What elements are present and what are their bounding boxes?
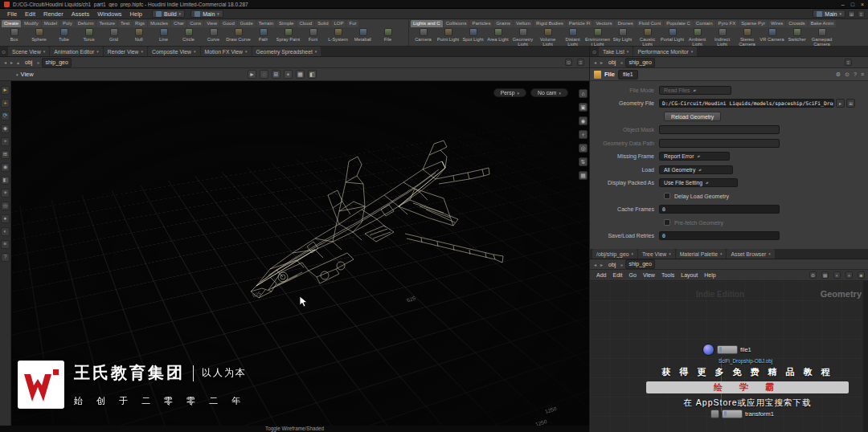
shelf-tool[interactable]: Grid — [101, 28, 126, 46]
pin-icon[interactable]: ⊙ — [845, 71, 850, 78]
shelf-tab[interactable]: Modify — [22, 20, 41, 27]
breadcrumb-obj[interactable]: obj — [606, 59, 618, 65]
palette-icon[interactable]: ◐ — [833, 271, 841, 279]
persp-view-icon[interactable]: ◉ — [579, 116, 588, 125]
forward-icon[interactable]: ▸ — [600, 59, 604, 65]
shelf-tab[interactable]: Rigs — [133, 20, 147, 27]
shelf-tab[interactable]: Particle Fl — [567, 20, 593, 27]
shelf-tab[interactable]: Bake Anim — [809, 20, 837, 27]
layers-icon[interactable]: ≡ — [1, 240, 10, 249]
shelf-tab[interactable]: Pyro FX — [716, 20, 739, 27]
shelf-tab[interactable]: Create — [2, 20, 21, 27]
lasso-select-icon[interactable]: ◌ — [260, 70, 268, 79]
geometry-data-path-field[interactable] — [659, 139, 780, 148]
shelf-tool[interactable]: Camera — [411, 28, 436, 46]
shelf-tab[interactable]: Fluid Cont — [637, 20, 663, 27]
shelf-tool[interactable]: Circle — [176, 28, 201, 46]
home-view-icon[interactable]: ⌂ — [579, 89, 588, 98]
shelf-tool[interactable]: Box — [2, 28, 27, 46]
missing-frame-dropdown[interactable]: Report Error — [659, 152, 730, 161]
shelf-tab[interactable]: Guide — [238, 20, 256, 27]
shelf-tool[interactable]: Draw Curve — [226, 28, 251, 46]
camera-tool-icon[interactable]: ◎ — [1, 202, 10, 210]
pane-tab[interactable]: Render View — [104, 47, 147, 56]
snap-tool-icon[interactable]: ⌖ — [1, 137, 10, 146]
load-dropdown[interactable]: All Geometry — [659, 165, 733, 174]
breadcrumb-node[interactable]: ship_geo — [42, 58, 71, 67]
forward-icon[interactable]: ▸ — [600, 262, 604, 267]
tools-icon[interactable]: ⚙ — [809, 271, 817, 279]
take-selector[interactable]: Main — [813, 10, 845, 18]
rotate-tool-icon[interactable]: ⟳ — [1, 112, 10, 120]
breadcrumb-node[interactable]: ship_geo — [625, 58, 654, 67]
pane-tab[interactable]: Material Palette — [676, 249, 727, 259]
shelf-tool[interactable]: Gamepad Camera — [809, 28, 834, 46]
shelf-tab[interactable]: Sparse Pyr — [739, 20, 768, 27]
network-editor[interactable]: Indie Edition Geometry file1 SciFi_Drops… — [590, 281, 868, 432]
shelf-tool[interactable]: Spray Paint — [276, 28, 301, 46]
isolate-icon[interactable]: ◧ — [1, 176, 10, 185]
shelf-tab[interactable]: Simple — [276, 20, 296, 27]
shelf-tab[interactable]: Solid — [315, 20, 330, 27]
shelf-tab[interactable]: Terrain — [256, 20, 276, 27]
maximize-icon[interactable]: □ — [851, 1, 854, 8]
node-file1[interactable]: file1 — [702, 344, 751, 356]
shelf-tool[interactable]: Font — [301, 28, 326, 46]
layout-view-icon[interactable]: ▦ — [579, 171, 588, 180]
shelf-tool[interactable]: Line — [151, 28, 176, 46]
snap-point-icon[interactable]: ⌖ — [284, 70, 293, 79]
persp-dropdown[interactable]: Persp — [493, 88, 526, 97]
main-selector[interactable]: Main — [190, 10, 223, 18]
menu-item[interactable]: Edit — [21, 10, 39, 18]
bookmark-icon[interactable]: ⊙ — [565, 59, 572, 66]
grid-snap-icon[interactable]: ⊞ — [1, 150, 10, 159]
pane-tab[interactable]: Take List — [599, 47, 633, 56]
new-scene-icon[interactable]: ► — [1, 86, 10, 95]
menu-item[interactable]: Windows — [93, 10, 125, 18]
pane-tab[interactable]: Scene View — [8, 47, 49, 56]
dolly-view-icon[interactable]: ⇅ — [579, 157, 588, 166]
node-body[interactable] — [722, 410, 743, 418]
shelf-tab[interactable]: Rigid Bodies — [534, 20, 566, 27]
render-icon[interactable]: ● — [1, 214, 10, 223]
shelf-tab[interactable]: Good — [220, 20, 237, 27]
network-menu-item[interactable]: Help — [701, 272, 719, 278]
help-icon[interactable]: ? — [854, 71, 857, 78]
file-mode-dropdown[interactable]: Read Files — [659, 86, 731, 95]
shelf-tab[interactable]: Deform — [76, 20, 96, 27]
shelf-tool[interactable]: Metaball — [350, 28, 375, 46]
menu-item[interactable]: Help — [126, 10, 146, 18]
network-menu-item[interactable]: Tools — [658, 272, 678, 278]
delay-load-checkbox[interactable] — [664, 193, 670, 199]
close-icon[interactable]: × — [861, 1, 864, 8]
shelf-tool[interactable]: Sky Light — [610, 28, 635, 46]
breadcrumb-obj[interactable]: obj — [23, 59, 35, 65]
view-tool-icon[interactable]: ◉ — [1, 163, 10, 172]
shelf-tool[interactable]: Caustic Light — [635, 28, 660, 46]
pane-tab[interactable]: Motion FX View — [201, 47, 252, 56]
shelf-tab[interactable]: Muscles — [148, 20, 170, 27]
shelf-tab[interactable]: Wires — [768, 20, 785, 27]
window-menu-icon[interactable]: ≡ — [858, 10, 865, 18]
view-options-icon[interactable]: ◧ — [308, 70, 317, 79]
layout-menu-icon[interactable]: ⊞ — [848, 10, 855, 18]
shelf-tab[interactable]: Model — [42, 20, 59, 27]
network-menu-item[interactable]: Layout — [678, 272, 701, 278]
shelf-tool[interactable]: Stereo Camera — [735, 28, 760, 46]
shelf-tool[interactable]: Null — [126, 28, 151, 46]
pane-tab[interactable]: Asset Browser — [727, 249, 774, 259]
pane-tab[interactable]: Composite View — [148, 47, 200, 56]
zoom-view-icon[interactable]: ◎ — [579, 144, 588, 153]
retries-field[interactable]: 0 — [659, 231, 780, 240]
construction-plane-icon[interactable]: ▦ — [296, 70, 305, 79]
node-name-field[interactable]: file1 — [618, 70, 638, 79]
open-scene-icon[interactable]: ＋ — [1, 99, 10, 108]
shelf-tab[interactable]: Fur — [346, 20, 358, 27]
shelf-tool[interactable]: Torus — [76, 28, 101, 46]
pane-menu-icon[interactable]: ≡ — [861, 71, 864, 78]
prefetch-checkbox[interactable] — [664, 219, 670, 226]
shelf-tab[interactable]: Vectors — [593, 20, 614, 27]
shelf-tool[interactable]: Volume Light — [535, 28, 560, 46]
node-transform1[interactable]: transform1 — [710, 410, 774, 418]
snap-icon[interactable]: ⌖ — [845, 271, 853, 279]
